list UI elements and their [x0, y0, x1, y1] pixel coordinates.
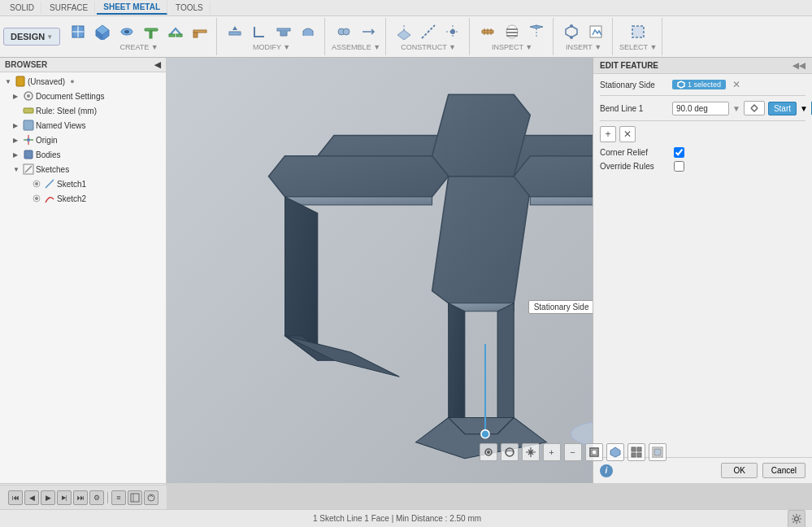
browser-header: BROWSER ◀ — [0, 58, 166, 72]
create-btn-2[interactable] — [91, 22, 114, 41]
assemble-btn-1[interactable] — [332, 22, 355, 41]
inspect-btn-1[interactable] — [476, 22, 499, 41]
panel-title: EDIT FEATURE — [600, 61, 658, 70]
construct-btn-2[interactable] — [417, 22, 440, 41]
tree-item-bodies[interactable]: ▶ Bodies — [10, 147, 164, 162]
tree-item-sketch1[interactable]: Sketch1 — [18, 176, 164, 191]
modify-btn-2[interactable] — [248, 22, 271, 41]
create-btn-5[interactable] — [164, 22, 187, 41]
tab-surface[interactable]: SURFACE — [43, 2, 95, 14]
environment-btn[interactable] — [649, 443, 667, 461]
settings-gear-btn[interactable] — [788, 510, 805, 528]
insert-btn-1[interactable] — [560, 22, 583, 41]
toolbar-section-assemble: ASSEMBLE ▼ — [327, 18, 386, 55]
viewport-bottom-toolbar: + − — [333, 439, 812, 465]
inspect-btn-3[interactable] — [525, 22, 548, 41]
play-extra-btn[interactable] — [144, 490, 158, 505]
flip-bend-btn[interactable] — [744, 101, 765, 115]
play-step-forward-btn[interactable]: ▶ — [41, 490, 55, 505]
override-rules-checkbox[interactable] — [674, 161, 684, 172]
snap-btn[interactable] — [480, 443, 497, 461]
remove-bend-line-btn[interactable]: ✕ — [619, 126, 636, 142]
modify-btn-3[interactable] — [272, 22, 295, 41]
sketches-icon — [23, 163, 34, 175]
create-btn-6[interactable] — [189, 22, 211, 41]
tree-item-root[interactable]: ▼ (Unsaved) ● — [2, 74, 164, 89]
tab-sheet-metal[interactable]: SHEET METAL — [97, 1, 167, 15]
toolbar-section-construct: CONSTRUCT ▼ — [388, 18, 470, 55]
play-settings-btn[interactable]: ⚙ — [89, 490, 104, 505]
select-face-icon — [677, 81, 685, 89]
stationary-side-row: Stationary Side 1 selected ✕ — [600, 79, 805, 90]
joint-icon — [336, 24, 352, 40]
add-bend-line-btn[interactable]: + — [600, 126, 616, 142]
tab-tools[interactable]: TOOLS — [169, 2, 211, 14]
expand-root: ▼ — [5, 78, 13, 85]
main-viewport[interactable]: ↻ Stationary Side X Y Z TOP Cube EDIT FE… — [167, 58, 812, 483]
clear-selection-btn[interactable]: ✕ — [732, 79, 740, 90]
axis-icon — [420, 24, 436, 40]
pan-btn[interactable] — [522, 443, 540, 461]
orbit-btn[interactable] — [501, 443, 519, 461]
display-mode-btn[interactable] — [606, 443, 624, 461]
tree-item-rule[interactable]: Rule: Steel (mm) — [10, 103, 164, 118]
modify-btn-1[interactable] — [224, 22, 246, 41]
start-btn[interactable]: Start — [768, 102, 797, 115]
tree-item-doc-settings[interactable]: ▶ Document Settings — [10, 89, 164, 103]
panel-collapse-icon[interactable]: ◀◀ — [792, 61, 805, 70]
construct-btn-1[interactable] — [393, 22, 415, 41]
play-step-back-btn[interactable]: ◀ — [24, 490, 39, 505]
play-storyboard-btn[interactable] — [128, 490, 142, 505]
create-btn-1[interactable] — [67, 22, 89, 41]
gear-icon — [791, 513, 802, 525]
browser-collapse[interactable]: ◀ — [154, 60, 161, 69]
play-forward-btn[interactable]: ▶| — [57, 490, 72, 505]
tree-item-named-views[interactable]: ▶ Named Views — [10, 118, 164, 133]
svg-marker-69 — [449, 303, 465, 434]
svg-rect-43 — [24, 108, 33, 113]
stationary-selected-badge[interactable]: 1 selected — [672, 80, 726, 89]
create-btn-3[interactable] — [115, 22, 138, 41]
zoom-out-btn[interactable]: − — [564, 443, 582, 461]
tree-label-sketch1: Sketch1 — [57, 180, 86, 189]
create-btn-4[interactable] — [140, 22, 163, 41]
tree-item-sketch2[interactable]: Sketch2 — [18, 191, 164, 206]
toolbar-section-modify: MODIFY ▼ — [219, 18, 325, 55]
angle-dropdown-arrow[interactable]: ▼ — [732, 104, 740, 113]
assemble-btn-2[interactable] — [357, 22, 380, 41]
bend-angle-input[interactable] — [672, 102, 729, 115]
tree-label-sketches: Sketches — [36, 165, 69, 174]
zoom-in-btn[interactable]: + — [543, 443, 561, 461]
assemble-label: ASSEMBLE ▼ — [332, 43, 380, 51]
select-btn-1[interactable] — [627, 22, 649, 41]
views-icon — [23, 120, 34, 131]
play-to-end-btn[interactable]: ⏭ — [73, 490, 88, 505]
svg-point-105 — [794, 516, 798, 520]
modify-btn-4[interactable] — [297, 22, 319, 41]
svg-marker-57 — [432, 176, 531, 303]
start-dropdown[interactable]: ▼ — [800, 104, 808, 113]
fit-btn[interactable] — [585, 443, 603, 461]
svg-rect-30 — [506, 28, 518, 30]
flange-icon — [192, 24, 208, 40]
rule-icon — [23, 105, 34, 116]
tree-label-doc: Document Settings — [36, 92, 105, 101]
insert-label: INSERT ▼ — [566, 43, 601, 51]
design-dropdown[interactable]: DESIGN ▼ — [3, 28, 60, 46]
modify-btns — [224, 22, 319, 41]
insert-btn-2[interactable] — [584, 22, 607, 41]
corner-relief-checkbox[interactable] — [674, 147, 684, 158]
toolbar-section-select: SELECT ▼ — [614, 18, 662, 55]
tab-solid[interactable]: SOLID — [3, 2, 41, 14]
tree-label-rule: Rule: Steel (mm) — [36, 107, 97, 115]
expand-rule — [13, 107, 21, 115]
play-timeline-btn[interactable]: ≡ — [111, 490, 126, 505]
svg-rect-96 — [632, 447, 636, 451]
play-to-start-btn[interactable]: ⏮ — [8, 490, 23, 505]
tree-item-sketches[interactable]: ▼ Sketches — [10, 162, 164, 176]
construct-btn-3[interactable] — [441, 22, 464, 41]
tree-item-origin[interactable]: ▶ Origin — [10, 133, 164, 147]
svg-marker-87 — [678, 81, 684, 88]
inspect-btn-2[interactable] — [501, 22, 523, 41]
view-settings-btn[interactable] — [627, 443, 645, 461]
